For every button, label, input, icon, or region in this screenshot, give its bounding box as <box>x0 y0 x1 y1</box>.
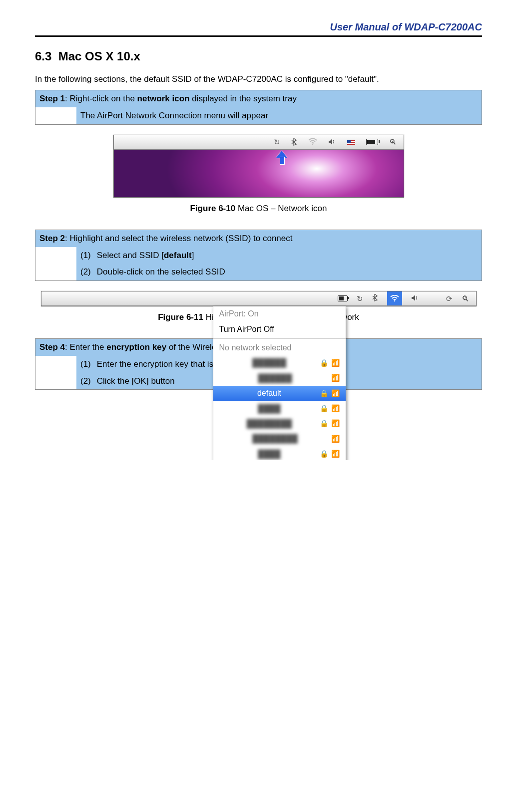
step2-sub1: (1) Select and SSID [default] <box>76 247 482 264</box>
step2-s1-bold: default <box>164 251 192 260</box>
lock-icon: 🔒 <box>320 404 328 414</box>
intro-paragraph: In the following sections, the default S… <box>35 73 482 85</box>
step1-text-pre: : Right-click on the <box>65 94 137 103</box>
volume-icon-2 <box>411 293 419 304</box>
fig611-label: Figure 6-11 <box>158 312 203 322</box>
figure-6-10: ↻ 🔍︎ <box>35 135 482 198</box>
svg-point-0 <box>312 144 313 145</box>
battery-icon-2 <box>338 295 348 301</box>
wifi-signal-icon: 📶 <box>331 449 340 459</box>
ssid-blurred: ████████ <box>219 418 320 429</box>
step1-bold: network icon <box>137 94 190 103</box>
ssid-item[interactable]: ████████📶 <box>213 431 346 446</box>
airport-menu: AirPort: On Turn AirPort Off No network … <box>213 306 346 460</box>
wifi-icon <box>308 138 317 146</box>
section-title: 6.3 Mac OS X 10.x <box>35 48 482 65</box>
mac-desktop-strip <box>114 150 404 197</box>
step2-sub2: (2) Double-click on the selected SSID <box>76 264 482 280</box>
lock-icon: 🔒 <box>320 389 328 399</box>
figure-6-11: ↻ ⟳ 🔍︎ AirPort: On Turn AirPort Off No n… <box>35 291 482 306</box>
ssid-default-label: default <box>219 388 320 399</box>
spotlight-icon: 🔍︎ <box>389 138 397 146</box>
step2-s2-text: Double-click on the selected SSID <box>97 267 225 276</box>
wifi-menu-icon[interactable] <box>387 291 402 305</box>
ssid-default[interactable]: default🔒📶 <box>213 386 346 401</box>
ssid-item[interactable]: ████🔒📶 <box>213 447 346 461</box>
step4-s2-num: (2) <box>80 375 94 387</box>
input-flag-icon <box>347 140 355 145</box>
wifi-signal-icon: 📶 <box>331 358 340 368</box>
pointer-arrow-icon <box>276 151 287 165</box>
header-rule <box>35 35 482 37</box>
mac-menubar-2: ↻ ⟳ 🔍︎ <box>41 291 476 306</box>
wifi-signal-icon: 📶 <box>331 434 340 444</box>
bluetooth-icon <box>291 138 297 147</box>
step2-s1-num: (1) <box>80 250 94 262</box>
ssid-blurred: ████ <box>219 403 320 414</box>
wifi-signal-icon: 📶 <box>331 419 340 429</box>
wifi-signal-icon: 📶 <box>331 404 340 414</box>
fig610-label: Figure 6-10 <box>190 204 236 213</box>
step4-label: Step 4 <box>39 342 65 352</box>
spotlight-icon-2: 🔍︎ <box>462 293 469 304</box>
step1-sub: The AirPort Network Connection menu will… <box>76 107 482 124</box>
bluetooth-icon-2 <box>372 293 378 304</box>
step4-s1-num: (1) <box>80 358 94 370</box>
step4-s2-text: Click the [OK] button <box>97 376 175 386</box>
doc-header: User Manual of WDAP-C7200AC <box>35 20 482 34</box>
lock-icon: 🔒 <box>320 358 328 368</box>
step2-text: : Highlight and select the wireless netw… <box>65 234 292 243</box>
lock-icon: 🔒 <box>320 419 328 429</box>
battery-icon <box>366 139 378 145</box>
volume-icon <box>328 138 336 146</box>
airport-status: AirPort: On <box>213 306 346 321</box>
step2-label: Step 2 <box>39 234 65 243</box>
step2-s2-num: (2) <box>80 266 94 278</box>
svg-point-1 <box>394 300 395 301</box>
step1-label: Step 1 <box>39 94 65 103</box>
mac-menubar: ↻ 🔍︎ <box>114 135 404 150</box>
ssid-item[interactable]: ████🔒📶 <box>213 401 346 416</box>
step2-block: Step 2: Highlight and select the wireles… <box>35 230 482 281</box>
step2-s1-pre: Select and SSID [ <box>97 251 164 260</box>
timemachine-icon: ↻ <box>274 138 280 146</box>
section-number: 6.3 <box>35 49 51 63</box>
step2-header: Step 2: Highlight and select the wireles… <box>35 230 482 247</box>
wifi-signal-icon: 📶 <box>331 373 340 383</box>
no-network-selected: No network selected <box>213 340 346 355</box>
lock-icon: 🔒 <box>320 449 328 459</box>
step4-bold: encryption key <box>106 342 166 352</box>
fig610-text: Mac OS – Network icon <box>235 204 327 213</box>
step1-block: Step 1: Right-click on the network icon … <box>35 90 482 125</box>
step4-pre: : Enter the <box>65 342 106 352</box>
ssid-item[interactable]: ████████🔒📶 <box>213 416 346 431</box>
sync-icon: ⟳ <box>446 293 453 304</box>
figure-6-10-caption: Figure 6-10 Mac OS – Network icon <box>35 203 482 215</box>
step1-text-post: displayed in the system tray <box>189 94 296 103</box>
turn-airport-off[interactable]: Turn AirPort Off <box>213 322 346 337</box>
ssid-blurred: ██████ <box>219 357 320 368</box>
timemachine-icon-2: ↻ <box>357 293 363 304</box>
ssid-blurred: ██████ <box>219 373 331 384</box>
wifi-signal-icon: 📶 <box>331 389 340 399</box>
ssid-blurred: ████ <box>219 449 320 460</box>
step1-header: Step 1: Right-click on the network icon … <box>35 90 482 107</box>
ssid-item[interactable]: ██████📶 <box>213 371 346 386</box>
ssid-blurred: ████████ <box>219 433 331 444</box>
ssid-item[interactable]: ██████🔒📶 <box>213 355 346 370</box>
step2-s1-post: ] <box>192 251 194 260</box>
section-name: Mac OS X 10.x <box>58 49 140 63</box>
